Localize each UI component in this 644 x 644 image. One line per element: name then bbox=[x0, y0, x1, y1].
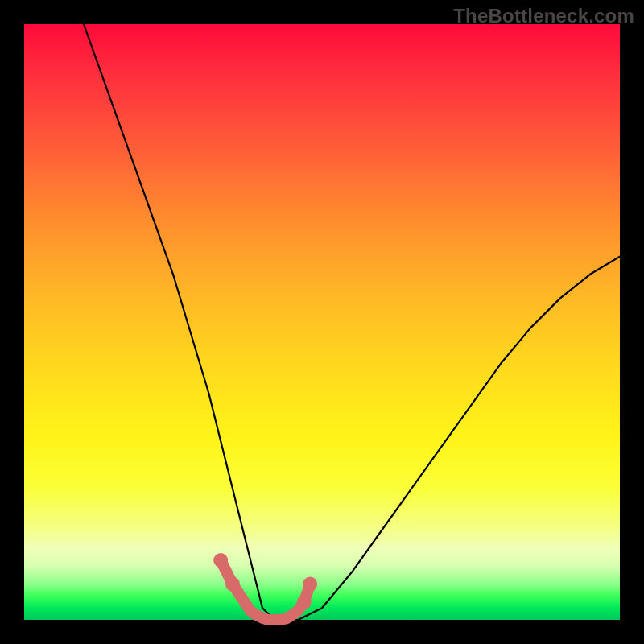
valley-dot bbox=[225, 577, 240, 592]
plot-area bbox=[24, 24, 620, 620]
valley-dots bbox=[213, 553, 317, 609]
chart-frame: TheBottleneck.com bbox=[0, 0, 644, 644]
valley-dot bbox=[303, 577, 317, 592]
valley-dot bbox=[213, 553, 228, 568]
curve-layer bbox=[24, 24, 620, 620]
valley-dot bbox=[297, 595, 312, 609]
bottleneck-curve bbox=[84, 24, 620, 620]
